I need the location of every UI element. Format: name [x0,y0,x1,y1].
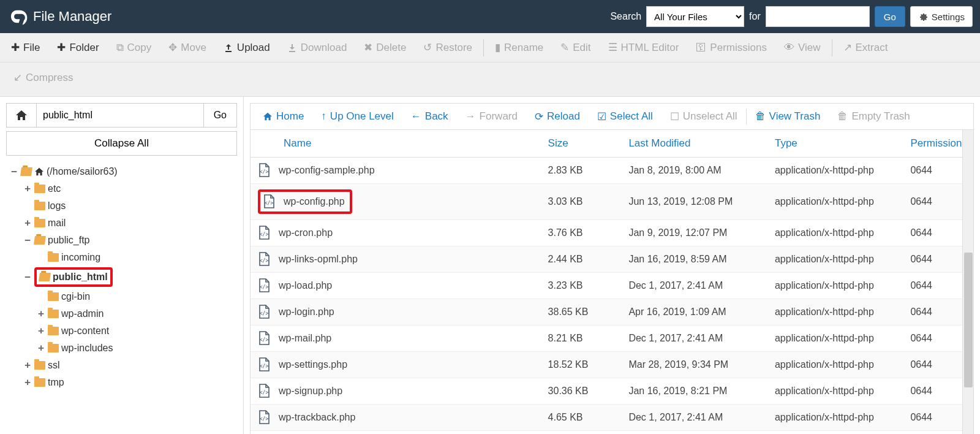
svg-text:</>: </> [260,232,269,237]
key-icon: ⚿ [696,42,706,54]
file-row[interactable]: </>xmlrpc.php3 KBAug 17, 2018, 4:21 AMap… [251,431,973,435]
folder-closed-icon [34,361,45,370]
upload-icon [224,43,233,53]
tree-node-wp-content[interactable]: +wp-content [23,322,237,340]
rename-button[interactable]: ▮Rename [486,35,552,60]
folder-closed-icon [34,219,45,227]
vertical-scrollbar[interactable] [962,130,973,434]
delete-button[interactable]: ✖Delete [355,35,415,60]
expander-icon[interactable]: + [37,341,45,356]
file-type: application/x-httpd-php [769,220,904,246]
file-row[interactable]: </>wp-load.php3.23 KBDec 1, 2017, 2:41 A… [251,273,973,299]
expander-icon[interactable]: + [37,306,45,321]
sidebar-go-button[interactable]: Go [204,103,237,128]
back-button[interactable]: ←Back [402,103,457,130]
tree-node-incoming[interactable]: incoming [23,249,237,266]
col-name[interactable]: Name [251,130,542,158]
php-file-icon: </> [258,163,270,178]
expander-icon[interactable]: + [23,375,32,390]
file-row[interactable]: </>wp-mail.php8.21 KBDec 1, 2017, 2:41 A… [251,326,973,352]
expander-icon[interactable]: + [23,216,32,230]
main-toolbar-row2: ↙Compress [0,63,980,97]
tree-node-logs[interactable]: logs [23,197,237,215]
collapse-all-button[interactable]: Collapse All [6,131,237,156]
permissions-button[interactable]: ⚿Permissions [687,36,775,60]
search-scope-select[interactable]: All Your Files [646,6,744,27]
tree-node-mail[interactable]: +mail [23,215,237,232]
copy-button[interactable]: ⧉Copy [108,36,160,60]
file-row[interactable]: </>wp-trackback.php4.65 KBDec 1, 2017, 2… [251,405,973,431]
move-button[interactable]: ✥Move [160,35,215,60]
file-name: wp-mail.php [279,333,331,344]
unselect-all-button[interactable]: ☐Unselect All [662,103,746,130]
file-modified: Jan 8, 2019, 8:00 AM [622,158,769,184]
tree-label: logs [48,199,66,213]
php-file-icon: </> [258,331,270,346]
file-row[interactable]: </>wp-login.php38.65 KBApr 16, 2019, 1:0… [251,299,973,326]
settings-button[interactable]: Settings [910,6,973,27]
file-row[interactable]: </>wp-config.php3.03 KBJun 13, 2019, 12:… [251,184,973,220]
view-button[interactable]: 👁View [775,36,829,60]
tree-node-wp-admin[interactable]: +wp-admin [23,305,237,322]
home-button[interactable] [6,103,37,128]
empty-trash-button[interactable]: 🗑Empty Trash [829,103,918,130]
tree-label: wp-content [61,324,109,338]
tree-node-tmp[interactable]: +tmp [23,374,237,391]
tree-node-etc[interactable]: +etc [23,180,237,197]
restore-button[interactable]: ↺Restore [415,35,481,60]
folder-closed-icon [48,310,59,318]
up-arrow-icon: ↑ [321,110,326,123]
expander-icon[interactable]: + [23,358,32,373]
nav-home-button[interactable]: Home [254,103,312,130]
separator [483,39,484,56]
up-one-level-button[interactable]: ↑Up One Level [312,103,402,130]
expander-icon[interactable]: − [10,164,18,179]
file-modified: Jan 9, 2019, 12:07 PM [622,220,769,246]
tree-node-public_ftp[interactable]: −public_ftp [23,232,237,249]
download-button[interactable]: Download [279,36,356,60]
reload-button[interactable]: ⟳Reload [526,103,589,130]
html-editor-button[interactable]: ☰HTML Editor [600,35,688,60]
col-size[interactable]: Size [542,130,623,158]
search-go-button[interactable]: Go [875,6,905,27]
tree-root[interactable]: − (/home/sailor63) [10,163,237,180]
tree-node-cgi-bin[interactable]: cgi-bin [23,288,237,305]
file-row[interactable]: </>wp-settings.php18.52 KBMar 28, 2019, … [251,352,973,378]
php-file-icon: </> [263,194,275,209]
upload-button[interactable]: Upload [215,36,279,60]
edit-button[interactable]: ✎Edit [552,35,599,60]
php-file-icon: </> [258,278,270,293]
path-input[interactable] [37,103,204,128]
tree-node-public_html[interactable]: −public_html [23,266,237,288]
expander-icon[interactable]: − [23,233,32,248]
expander-icon[interactable]: + [23,181,32,196]
select-all-button[interactable]: ☑Select All [589,103,662,130]
tree-label: mail [48,216,66,230]
extract-button[interactable]: ↗Extract [835,35,897,60]
for-label: for [749,11,761,22]
col-type[interactable]: Type [769,130,904,158]
file-type: application/x-httpd-php [769,299,904,326]
file-type: application/x-httpd-php [769,246,904,273]
forward-button[interactable]: →Forward [457,103,526,130]
expander-icon[interactable]: − [23,270,32,284]
view-trash-button[interactable]: 🗑View Trash [747,103,829,130]
folder-closed-icon [48,327,59,335]
tree-node-wp-includes[interactable]: +wp-includes [23,340,237,357]
expander-icon[interactable]: + [37,324,45,338]
new-folder-button[interactable]: ✚Folder [48,35,107,60]
tree-node-ssl[interactable]: +ssl [23,357,237,374]
move-icon: ✥ [168,41,177,54]
file-row[interactable]: </>wp-links-opml.php2.44 KBJan 16, 2019,… [251,246,973,273]
file-type: application/x-httpd-php [769,158,904,184]
search-input[interactable] [766,6,870,27]
file-row[interactable]: </>wp-cron.php3.76 KBJan 9, 2019, 12:07 … [251,220,973,246]
file-row[interactable]: </>wp-config-sample.php2.83 KBJan 8, 201… [251,158,973,184]
folder-tree: − (/home/sailor63) +etclogs+mail−public_… [6,163,237,391]
tree-label: etc [48,181,61,196]
col-modified[interactable]: Last Modified [622,130,769,158]
file-table: Name Size Last Modified Type Permissions… [251,130,973,434]
file-row[interactable]: </>wp-signup.php30.36 KBJan 16, 2019, 8:… [251,378,973,405]
compress-button[interactable]: ↙Compress [5,65,81,90]
new-file-button[interactable]: ✚File [2,35,48,60]
